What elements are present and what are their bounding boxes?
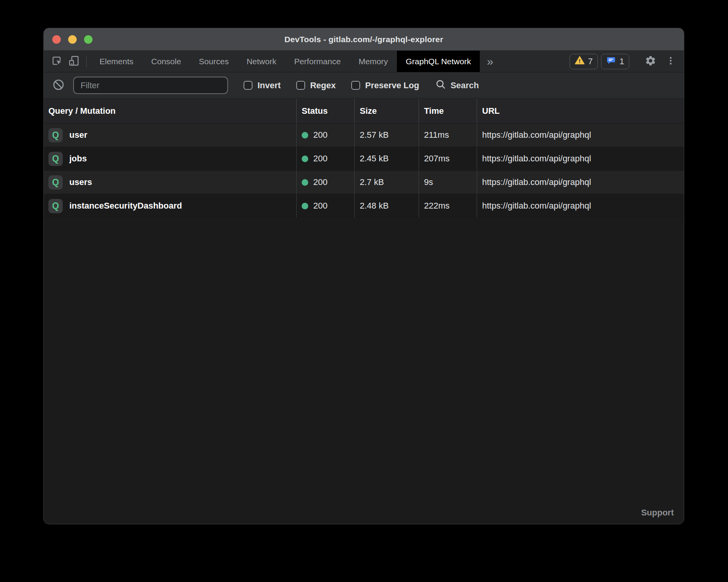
device-toolbar-button[interactable] [65,51,82,72]
time-cell: 207ms [419,147,477,171]
window-title: DevTools - gitlab.com/-/graphql-explorer [284,35,443,44]
tab-console[interactable]: Console [143,51,190,72]
filter-toolbar: Invert Regex Preserve Log Search [44,72,684,99]
toolbar-divider [86,55,87,67]
status-ok-dot [302,179,308,186]
titlebar[interactable]: DevTools - gitlab.com/-/graphql-explorer [44,28,684,51]
status-code: 200 [313,130,328,140]
tab-sources[interactable]: Sources [190,51,238,72]
status-ok-dot [302,156,308,162]
invert-checkbox[interactable] [244,81,252,90]
status-code: 200 [313,177,328,187]
regex-checkbox[interactable] [296,81,305,90]
tabbar-right-controls: 7 1 [570,51,680,72]
query-cell: Quser [44,123,297,147]
warning-triangle-icon [575,55,585,68]
devtools-tabbar: Elements Console Sources Network Perform… [44,51,684,72]
clear-log-button[interactable] [52,79,65,92]
tab-elements[interactable]: Elements [91,51,143,72]
status-ok-dot [302,132,308,139]
status-code: 200 [313,201,328,211]
message-count: 1 [620,56,624,67]
status-cell: 200 [297,171,355,194]
column-header-query-mutation[interactable]: Query / Mutation [44,99,297,123]
more-options-button[interactable] [662,56,679,67]
query-cell: Qjobs [44,147,297,171]
query-name: jobs [69,154,87,164]
tab-memory[interactable]: Memory [350,51,397,72]
tab-graphql-network[interactable]: GraphQL Network [397,51,480,72]
search-icon [435,79,446,92]
kebab-menu-icon [666,56,676,67]
zoom-button[interactable] [84,35,93,44]
invert-checkbox-group: Invert [244,80,281,91]
gear-icon [645,55,656,68]
url-cell: https://gitlab.com/api/graphql [477,147,684,171]
minimize-button[interactable] [68,35,77,44]
column-header-time[interactable]: Time [419,99,477,123]
settings-button[interactable] [642,55,659,68]
chat-bubble-icon [606,55,616,68]
regex-checkbox-group: Regex [296,80,336,91]
search-button[interactable]: Search [435,79,479,92]
regex-label: Regex [310,80,336,91]
column-header-status[interactable]: Status [297,99,355,123]
size-cell: 2.7 kB [355,171,419,194]
query-name: users [69,177,92,187]
time-cell: 222ms [419,194,477,218]
invert-label: Invert [258,80,281,91]
url-cell: https://gitlab.com/api/graphql [477,123,684,147]
size-cell: 2.48 kB [355,194,419,218]
support-link[interactable]: Support [641,508,674,518]
status-code: 200 [313,154,328,164]
inspect-cursor-icon [51,55,63,68]
table-row[interactable]: Qusers2002.7 kB9shttps://gitlab.com/api/… [44,171,684,194]
devtools-window: DevTools - gitlab.com/-/graphql-explorer [43,28,684,524]
table-row[interactable]: Quser2002.57 kB211mshttps://gitlab.com/a… [44,123,684,147]
filter-input[interactable] [73,77,228,94]
query-name: user [69,130,87,140]
status-ok-dot [302,203,308,209]
table-body: Quser2002.57 kB211mshttps://gitlab.com/a… [44,123,684,218]
query-type-badge: Q [48,152,63,166]
size-cell: 2.45 kB [355,147,419,171]
preserve-log-checkbox[interactable] [351,81,360,90]
tab-network[interactable]: Network [238,51,285,72]
panel-empty-area: Support [44,218,684,524]
table-header: Query / Mutation Status Size Time URL [44,99,684,123]
more-tabs-button[interactable]: » [480,51,500,72]
device-toolbar-icon [68,55,80,68]
table-row[interactable]: Qjobs2002.45 kB207mshttps://gitlab.com/a… [44,147,684,171]
inspect-element-button[interactable] [48,51,65,72]
preserve-log-label: Preserve Log [365,80,419,91]
query-cell: QinstanceSecurityDashboard [44,194,297,218]
search-label: Search [450,80,479,91]
warning-count: 7 [588,56,593,67]
time-cell: 211ms [419,123,477,147]
time-cell: 9s [419,171,477,194]
query-type-badge: Q [48,199,63,213]
url-cell: https://gitlab.com/api/graphql [477,171,684,194]
traffic-lights [52,28,93,50]
column-header-size[interactable]: Size [355,99,419,123]
preserve-log-checkbox-group: Preserve Log [351,80,419,91]
close-button[interactable] [52,35,61,44]
query-type-badge: Q [48,128,63,142]
messages-badge[interactable]: 1 [601,54,629,69]
column-header-url[interactable]: URL [477,99,684,123]
block-icon [52,79,65,92]
url-cell: https://gitlab.com/api/graphql [477,194,684,218]
warnings-badge[interactable]: 7 [570,54,598,69]
status-cell: 200 [297,147,355,171]
query-cell: Qusers [44,171,297,194]
status-cell: 200 [297,194,355,218]
table-row[interactable]: QinstanceSecurityDashboard2002.48 kB222m… [44,194,684,218]
tab-performance[interactable]: Performance [285,51,350,72]
status-cell: 200 [297,123,355,147]
query-name: instanceSecurityDashboard [69,201,182,211]
size-cell: 2.57 kB [355,123,419,147]
chevron-double-right-icon: » [487,55,493,68]
query-type-badge: Q [48,175,63,190]
